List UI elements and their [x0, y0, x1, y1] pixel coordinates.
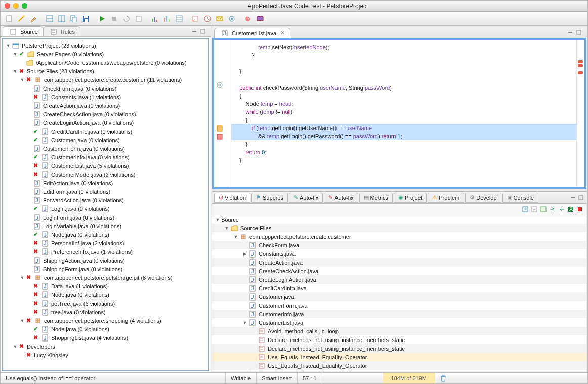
tree-row[interactable]: ✖JConstants.java (1 violations): [3, 93, 208, 101]
tree-row[interactable]: JCreateLoginAction.java (0 violations): [3, 118, 208, 127]
tool-edit[interactable]: [28, 13, 39, 24]
tab-violation[interactable]: ⊘Violation: [214, 193, 250, 203]
tree-row[interactable]: JCheckForm.java (0 violations): [3, 84, 208, 93]
tree-row[interactable]: ✖com.appperfect.petstore.create.customer…: [3, 75, 208, 84]
tab-rules[interactable]: Rules: [43, 26, 80, 36]
code-editor[interactable]: temp.setNext(insertedNode); } } public i…: [212, 38, 586, 189]
tree-row[interactable]: ✖Jtree.java (0 violations): [3, 308, 208, 316]
code-line[interactable]: while (temp != null): [231, 108, 576, 116]
tree-row[interactable]: ✖JNode.java (0 violations): [3, 290, 208, 299]
code-line[interactable]: }: [231, 140, 576, 148]
twisty-icon[interactable]: [20, 77, 25, 82]
titlebar[interactable]: AppPerfect Java Code Test - PetstoreProj…: [1, 1, 587, 12]
tool-clock[interactable]: [202, 13, 213, 24]
tool-mail[interactable]: [214, 13, 225, 24]
stop-icon[interactable]: [576, 206, 583, 213]
tree-row[interactable]: ✖JpetTree.java (6 violations): [3, 299, 208, 308]
violation-row[interactable]: JCreateLoginAction.java: [212, 275, 586, 284]
tree-row[interactable]: JLoginVariable.java (0 violations): [3, 222, 208, 230]
export-icon[interactable]: X: [567, 206, 574, 213]
tree-row[interactable]: ✖JCustomerList.java (5 violations): [3, 161, 208, 170]
close-tab-icon[interactable]: ✕: [280, 30, 285, 36]
violation-row[interactable]: JCustomerModel.java: [212, 370, 586, 371]
code-line[interactable]: {: [231, 116, 576, 124]
tree-row[interactable]: ✔JLogin.java (0 violations): [3, 204, 208, 213]
tab-problem[interactable]: ⚠Problem: [428, 193, 464, 203]
tool-chart2[interactable]: [161, 13, 173, 24]
violation-tree[interactable]: SourceSource Filescom.appperfect.petstor…: [212, 215, 586, 371]
tool-table[interactable]: [174, 13, 185, 24]
tree-row[interactable]: ✖JData.java (1 violations): [3, 282, 208, 290]
code-line[interactable]: && temp.getLogin().getPassword() == pass…: [231, 132, 576, 140]
violation-row[interactable]: com.appperfect.petstore.create.customer: [212, 232, 586, 241]
tab-suppress[interactable]: ⚑Suppres: [251, 193, 288, 203]
tab-autofix1[interactable]: ✎Auto-fix: [289, 193, 323, 203]
twisty-icon[interactable]: [233, 234, 238, 239]
tool-chart1[interactable]: [149, 13, 160, 24]
violation-row[interactable]: JCreateAction.java: [212, 258, 586, 267]
twisty-icon[interactable]: [242, 320, 247, 325]
close-icon[interactable]: [5, 3, 10, 9]
violation-row[interactable]: JCreateCheckAction.java: [212, 267, 586, 275]
code-line[interactable]: public int checkPassword(String userName…: [231, 83, 576, 92]
tree-row[interactable]: ✖com.appperfect.petstore.petstorage.pit …: [3, 273, 208, 282]
code-line[interactable]: [231, 75, 576, 83]
tool-run[interactable]: [97, 13, 108, 24]
status-memory[interactable]: 184M of 619M: [383, 373, 435, 383]
tree-row[interactable]: JEditAction.java (0 violations): [3, 179, 208, 187]
goto-icon[interactable]: [549, 206, 556, 213]
violation-row[interactable]: JCustomerList.java: [212, 318, 586, 327]
prev-icon[interactable]: [558, 206, 565, 213]
tab-source[interactable]: Source: [3, 26, 44, 36]
tool-save[interactable]: [80, 13, 92, 24]
tab-autofix2[interactable]: ✎Auto-fix: [324, 193, 358, 203]
tool-settings[interactable]: [226, 13, 237, 24]
editor-tab-customerlist[interactable]: J CustomerList.java ✕: [214, 28, 290, 38]
zoom-icon[interactable]: [22, 3, 27, 9]
code-line[interactable]: }: [231, 67, 576, 75]
violation-row[interactable]: JCreditCardInfo.java: [212, 284, 586, 292]
filter-icon[interactable]: [540, 206, 547, 213]
code-line[interactable]: return 0;: [231, 148, 576, 156]
minimize-view-icon[interactable]: [191, 28, 198, 35]
violation-row[interactable]: Declare_methods_not_using_instance_membe…: [212, 344, 586, 353]
tool-help[interactable]: ?: [242, 13, 254, 24]
twisty-icon[interactable]: [13, 69, 18, 74]
tool-book[interactable]: [255, 13, 266, 24]
tree-row[interactable]: JEditForm.java (0 violations): [3, 187, 208, 196]
tool-report[interactable]: [133, 13, 144, 24]
twisty-icon[interactable]: [6, 43, 11, 48]
tree-row[interactable]: ✔JNode.java (0 violations): [3, 230, 208, 239]
tool-stop[interactable]: [109, 13, 120, 24]
tree-row[interactable]: JShippingAction.java (0 violations): [3, 256, 208, 265]
editor-maximize-icon[interactable]: [575, 29, 582, 36]
tool-grid1[interactable]: [44, 13, 55, 24]
tree-row[interactable]: ✖JShoppingList.java (4 violations): [3, 333, 208, 342]
violation-row[interactable]: Source: [212, 215, 586, 224]
tree-row[interactable]: JForwardAction.java (0 violations): [3, 196, 208, 204]
code-line[interactable]: if (temp.getLogin().getUserName() == use…: [231, 124, 576, 132]
fold-icon[interactable]: [216, 81, 223, 89]
violation-row[interactable]: Use_Equals_Instead_Equality_Operator: [212, 361, 586, 370]
tree-row[interactable]: PetstoreProject (23 violations): [3, 41, 208, 50]
violation-row[interactable]: JCustomerForm.java: [212, 301, 586, 310]
code-line[interactable]: Node temp = head;: [231, 100, 576, 108]
twisty-icon[interactable]: [215, 217, 220, 222]
tree-row[interactable]: JLoginForm.java (0 violations): [3, 213, 208, 222]
code-line[interactable]: temp.setNext(insertedNode);: [231, 43, 576, 51]
code-line[interactable]: }: [231, 51, 576, 59]
tab-develop[interactable]: ⚙Develop: [465, 193, 501, 203]
editor-minimize-icon[interactable]: [567, 29, 574, 36]
tree-row[interactable]: ✖JCustomerModel.java (2 violations): [3, 170, 208, 179]
tree-row[interactable]: ✔JNode.java (0 violations): [3, 325, 208, 333]
tool-note[interactable]: [190, 13, 201, 24]
project-tree[interactable]: PetstoreProject (23 violations)✔Server P…: [2, 38, 209, 371]
code-line[interactable]: [231, 59, 576, 67]
violation-row[interactable]: Declare_methods_not_using_instance_membe…: [212, 335, 586, 344]
expand-all-icon[interactable]: +: [522, 206, 529, 213]
maximize-view-icon[interactable]: [199, 28, 206, 35]
violation-row[interactable]: JCheckForm.java: [212, 241, 586, 249]
tree-row[interactable]: ✔Server Pages (0 violations): [3, 50, 208, 58]
code-line[interactable]: {: [231, 92, 576, 100]
collapse-all-icon[interactable]: -: [531, 206, 538, 213]
